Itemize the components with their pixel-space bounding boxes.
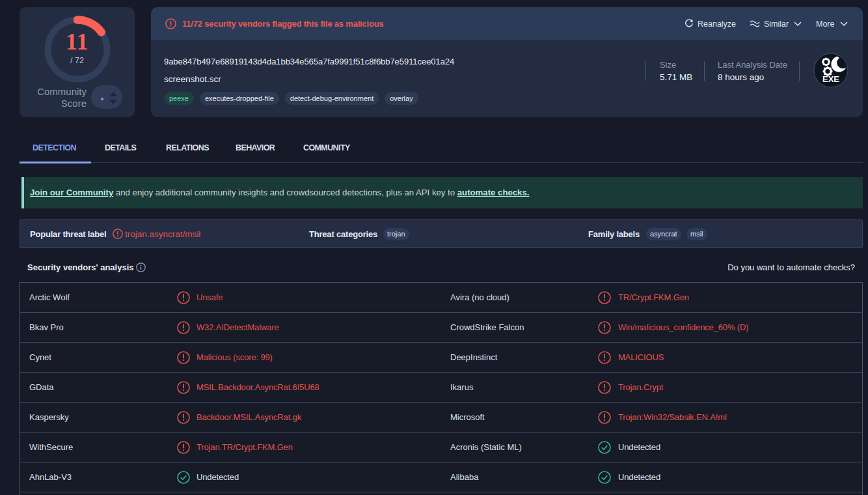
svg-text:EXE: EXE bbox=[822, 74, 839, 84]
